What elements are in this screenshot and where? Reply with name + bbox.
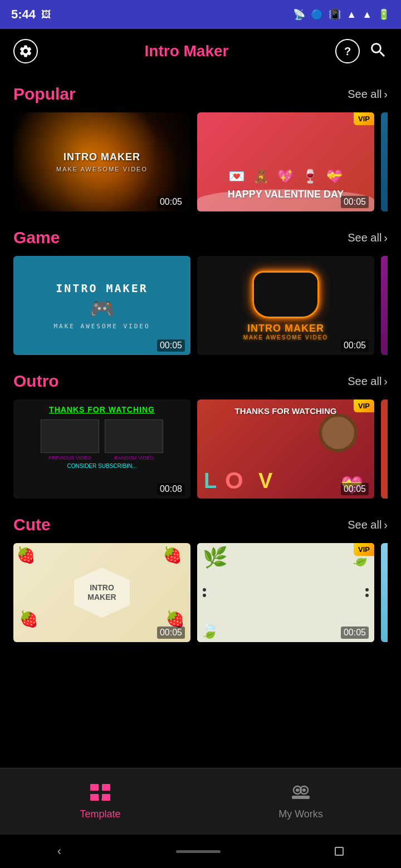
outro2-L: L [204,469,217,493]
popular-thumbnails-row: INTRO MAKER MAKE AWESOME VIDEO 00:05 💌🧸💖… [13,112,388,211]
popular-thumb-1-sub: MAKE AWESOME VIDEO [56,166,148,172]
section-title-game: Game [13,228,60,247]
home-indicator[interactable] [176,850,221,853]
svg-rect-1 [102,784,110,791]
outro-thumb-2[interactable]: THANKS FOR WATCHING L O V 💝 00:05 VIP [197,400,374,499]
outro1-prev-label: PREVIOUS VIDEO [41,455,99,461]
outro1-subscribe: CONSIDER SUBSCRIBIN... [67,463,136,469]
game-thumb-1[interactable]: INTRO MAKER 🎮 MAKE AWESOME VIDEO 00:05 [13,256,190,355]
game-thumb-2-duration: 00:05 [341,339,369,352]
main-content: Popular See all › INTRO MAKER MAKE AWESO… [0,85,401,745]
game-thumb-2[interactable]: INTRO MAKER MAKE AWESOME VIDEO 00:05 [197,256,374,355]
outro2-thanks-text: THANKS FOR WATCHING [234,406,336,416]
search-button[interactable] [369,41,388,62]
gamepad-outline-icon [252,271,319,318]
gamepad-icon: 🎮 [90,297,115,320]
svg-point-6 [97,798,99,801]
dot-left [203,588,206,597]
section-popular: Popular See all › INTRO MAKER MAKE AWESO… [0,85,401,211]
outro2-V: V [258,469,272,493]
strawberry-icon-2: 🍓 [163,546,182,564]
cute1-title: INTROMAKER [87,583,116,602]
section-header-game: Game See all › [13,228,388,247]
see-all-cute[interactable]: See all › [348,519,388,531]
svg-rect-0 [90,784,99,791]
strawberry-icon-4: 🍓 [165,610,185,628]
section-title-popular: Popular [13,85,76,103]
chevron-right-icon-outro: › [384,375,388,388]
popular-thumb-1-title: INTRO MAKER [63,151,140,164]
cute-thumb-3-partial[interactable]: 🌴 [381,543,388,642]
section-outro: Outro See all › THANKS FOR WATCHING [0,372,401,499]
popular-thumb-1[interactable]: INTRO MAKER MAKE AWESOME VIDEO 00:05 [13,112,190,211]
nav-template[interactable]: Template [0,768,200,835]
grid-icon [90,783,110,805]
svg-point-13 [302,788,306,792]
settings-button[interactable] [13,39,38,63]
game-thumb-1-duration: 00:05 [157,339,185,352]
outro-thumbnails-row: THANKS FOR WATCHING PREVIOUS VIDEO RANDO… [13,400,388,499]
palm-icon: 🌴 [385,583,388,603]
outro1-thanks-text: THANKS FOR WATCHING [49,405,155,414]
game1-sub: MAKE AWESOME VIDEO [53,323,150,330]
svg-point-8 [104,798,106,801]
see-all-outro[interactable]: See all › [348,375,388,388]
outro-thumb-1[interactable]: THANKS FOR WATCHING PREVIOUS VIDEO RANDO… [13,400,190,499]
svg-point-4 [91,798,94,801]
popular-thumb-3-partial[interactable]: VIP [381,112,388,211]
cute-thumb-2-duration: 00:05 [341,627,369,639]
valentine-icons: 💌🧸💖🍷💝 [228,169,343,184]
template-label: Template [80,808,120,820]
outro1-rand-label: RANDOM VIDEO [105,455,163,461]
camera-icon [291,783,311,805]
signal-icon: ▲ [362,9,372,21]
vip-badge-popular-2: VIP [354,112,374,125]
leaf-icon-3: 🍃 [200,621,219,639]
svg-point-9 [107,798,109,801]
outro2-O: O [225,467,243,494]
top-nav: Intro Maker ? [0,29,401,73]
game1-title: INTRO MAKER [56,282,148,295]
outro-thumb-1-duration: 00:08 [157,483,185,495]
svg-point-5 [94,798,96,801]
help-button[interactable]: ? [335,39,360,63]
outro-thumb-3-partial[interactable] [381,400,388,499]
svg-point-7 [101,798,104,801]
strawberry-icon-1: 🍓 [16,546,36,564]
strawberry-icon-3: 🍓 [19,610,38,628]
see-all-game[interactable]: See all › [348,231,388,244]
dot-right [365,588,369,597]
help-icon: ? [344,45,351,58]
recents-button[interactable] [335,847,344,856]
status-bar-left: 5:44 🖼 [11,7,51,22]
popular-thumb-2[interactable]: 💌🧸💖🍷💝 HAPPY VALENTINE DAY 00:05 VIP [197,112,374,211]
cute-thumb-2[interactable]: 🌿 🍃 🍃 IntroMaker 00 [197,543,374,642]
cute-thumb-1[interactable]: 🍓 🍓 🍓 🍓 INTROMAKER 00:05 [13,543,190,642]
outro1-box-prev [41,420,99,453]
game-thumb-3-partial[interactable]: VIP [381,256,388,355]
see-all-popular[interactable]: See all › [348,88,388,101]
game2-title: INTRO MAKER [247,323,324,334]
vip-badge-cute-2: VIP [354,543,374,556]
section-header-popular: Popular See all › [13,85,388,103]
nav-my-works[interactable]: My Works [200,768,401,835]
game-thumbnails-row: INTRO MAKER 🎮 MAKE AWESOME VIDEO 00:05 I… [13,256,388,355]
popular-thumb-2-duration: 00:05 [341,196,369,208]
back-button[interactable]: ‹ [57,844,61,859]
bluetooth-icon: 🔵 [311,8,323,21]
svg-rect-14 [292,796,310,799]
wifi-icon: ▲ [346,9,356,21]
outro-thumb-2-duration: 00:05 [341,483,369,495]
chevron-right-icon-game: › [384,231,388,244]
vibrate-icon: 📳 [329,8,341,21]
leaf-icon-1: 🌿 [203,546,228,569]
section-game: Game See all › INTRO MAKER 🎮 MAKE AWESOM… [0,228,401,355]
game2-sub: MAKE AWESOME VIDEO [243,334,328,341]
battery-icon: 🔋 [378,8,390,21]
nav-right: ? [335,39,388,63]
outro1-box-rand [105,420,163,453]
status-time: 5:44 [11,7,36,22]
section-header-cute: Cute See all › [13,515,388,534]
hexagon-frame: INTROMAKER [74,568,130,618]
svg-point-11 [296,788,299,792]
